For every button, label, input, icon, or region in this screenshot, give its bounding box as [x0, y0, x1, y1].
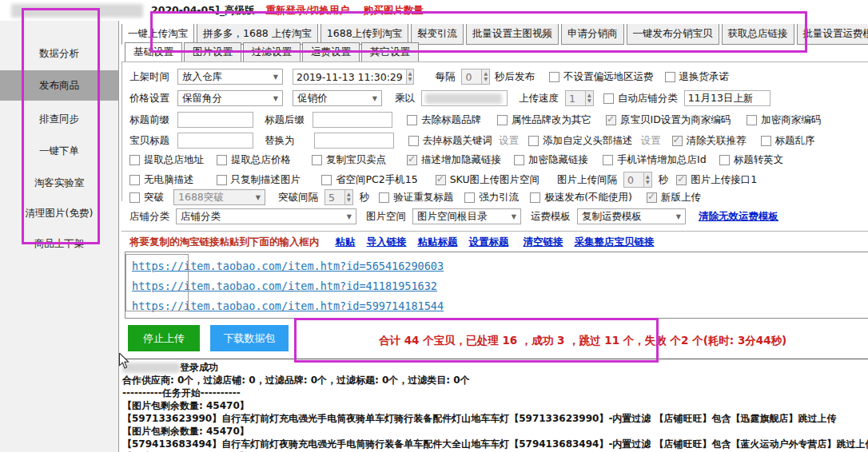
checkbox-box[interactable] — [217, 175, 227, 185]
checkbox-box[interactable] — [407, 155, 417, 165]
checkbox-no-pc-desc[interactable]: 无电脑描述 — [129, 173, 194, 187]
title-suffix-input[interactable] — [313, 112, 392, 128]
image-space-dropdown[interactable]: 图片空间根目录▼ — [412, 208, 521, 224]
checkbox-verify-duplicate-title[interactable]: 验证重复标题 — [379, 191, 453, 204]
url-input-box[interactable]: https://item.taobao.com/item.htm?id=5654… — [125, 252, 868, 319]
checkbox-box[interactable] — [129, 175, 140, 185]
stop-upload-button[interactable]: 停止上传 — [128, 325, 200, 351]
subtab-image-settings[interactable]: 图片设置 — [184, 42, 241, 62]
checkbox-breakthrough[interactable]: 突破 — [129, 191, 164, 204]
checkbox-origin-id-as-code[interactable]: 原宝贝ID设置为商家编码 — [606, 113, 731, 127]
url-link[interactable]: https://item.taobao.com/item.htm?id=5997… — [132, 296, 862, 316]
checkbox-box[interactable] — [672, 136, 683, 146]
checkbox-box[interactable] — [217, 155, 227, 165]
freight-template-dropdown[interactable]: 复制运费模板▼ — [577, 208, 686, 224]
checkbox-box[interactable] — [665, 72, 675, 82]
checkbox-sku-image-upload[interactable]: SKU图上传图片空间 — [436, 173, 540, 187]
sidebar-item-taoke-lab[interactable]: 淘客实验室 — [0, 168, 118, 198]
replace-with-input[interactable] — [314, 133, 394, 149]
clear-links-link[interactable]: 清空链接 — [524, 236, 563, 249]
checkbox-box[interactable] — [549, 72, 559, 82]
checkbox-box[interactable] — [321, 175, 332, 185]
arrow-down-icon[interactable]: ▼ — [408, 77, 412, 82]
checkbox-box[interactable] — [129, 155, 140, 165]
sidebar-item-sync-check[interactable]: 排查同步 — [0, 104, 118, 134]
subtab-basic-settings[interactable]: 基础设置 — [125, 42, 182, 62]
checkbox-shuffle-title[interactable]: 标题乱序 — [761, 134, 815, 148]
checkbox-encrypt-hidden-link[interactable]: 加密隐藏链接 — [514, 153, 588, 167]
checkbox-box[interactable] — [719, 155, 730, 165]
checkbox-box[interactable] — [603, 155, 613, 165]
every-seconds-spinner[interactable]: 0▲▼ — [461, 69, 490, 85]
checkbox-image-upload-api1[interactable]: 图片上传接口1 — [676, 173, 757, 187]
checkbox-box[interactable] — [606, 115, 616, 125]
checkbox-remove-title-brand[interactable]: 去除标题品牌 — [407, 113, 481, 127]
tab-batch-freight-template[interactable]: 批量设置运费模板 — [797, 24, 868, 45]
paste-link[interactable]: 粘贴 — [336, 236, 356, 249]
title-prefix-input[interactable] — [177, 112, 253, 128]
checkbox-new-upload[interactable]: 新版上传 — [647, 191, 701, 204]
download-datapack-button[interactable]: 下载数据包 — [210, 325, 289, 351]
set-header-link[interactable]: 设置 — [641, 134, 661, 148]
checkbox-box[interactable] — [530, 192, 540, 203]
checkbox-copy-sellpoint[interactable]: 复制宝贝卖点 — [312, 153, 386, 167]
checkbox-box[interactable] — [464, 192, 475, 203]
checkbox-fast-publish[interactable]: 极速发布(不能使用) — [530, 191, 632, 204]
arrow-down-icon[interactable]: ▼ — [587, 98, 591, 104]
sidebar-item-one-click-order[interactable]: 一键下单 — [0, 136, 118, 166]
breakthrough-interval-spinner[interactable]: 5▲▼ — [325, 189, 353, 205]
price-type-dropdown[interactable]: 促销价▼ — [293, 90, 382, 106]
tab-get-store-links[interactable]: 获取总店链接 — [722, 24, 794, 45]
item-title-input[interactable] — [177, 133, 253, 149]
warehouse-dropdown[interactable]: 放入仓库▼ — [177, 69, 283, 85]
checkbox-box[interactable] — [312, 155, 322, 165]
image-interval-spinner[interactable]: 0▲▼ — [623, 172, 652, 188]
checkbox-extract-store-address[interactable]: 提取总店地址 — [129, 153, 204, 167]
spinner-arrows[interactable]: ▲▼ — [406, 69, 414, 84]
checkbox-box[interactable] — [676, 175, 687, 185]
spinner-arrows[interactable]: ▲▼ — [344, 190, 352, 204]
upload-speed-spinner[interactable]: 1▲▼ — [565, 90, 594, 106]
sidebar-item-product-on-off[interactable]: 商品上下架 — [0, 228, 118, 259]
spinner-arrows[interactable]: ▲▼ — [481, 69, 489, 84]
checkbox-box[interactable] — [379, 192, 389, 203]
checkbox-box[interactable] — [761, 136, 771, 146]
set-title-link[interactable]: 设置标题 — [469, 236, 509, 249]
sidebar-item-clean-images[interactable]: 清理图片(免费) — [0, 198, 118, 228]
checkbox-title-to-english[interactable]: 标题转英文 — [719, 153, 784, 167]
spinner-arrows[interactable]: ▲▼ — [643, 172, 651, 187]
checkbox-return-promise[interactable]: 退换货承诺 — [665, 70, 730, 84]
subtab-freight-settings[interactable]: 运费设置 — [302, 42, 360, 62]
checkbox-no-remote-freight[interactable]: 不设置偏远地区运费 — [549, 70, 654, 84]
checkbox-box[interactable] — [497, 115, 508, 125]
collect-store-links-link[interactable]: 采集整店宝贝链接 — [575, 236, 655, 249]
spinner-arrows[interactable]: ▲▼ — [585, 91, 593, 105]
checkbox-box[interactable] — [129, 192, 140, 203]
tab-fission-traffic[interactable]: 裂变引流 — [411, 24, 464, 45]
checkbox-box[interactable] — [408, 136, 419, 146]
arrow-down-icon[interactable]: ▼ — [347, 197, 351, 203]
checkbox-box[interactable] — [528, 136, 539, 146]
tab-apply-distributor[interactable]: 申请分销商 — [561, 24, 624, 45]
checkbox-box[interactable] — [436, 175, 446, 185]
auto-category-input[interactable]: 11月13日上新 — [684, 90, 770, 106]
relogin-link[interactable]: 重新登录/切换用户 — [265, 4, 349, 18]
checkbox-strong-traffic[interactable]: 强力引流 — [464, 191, 519, 204]
subtab-filter-settings[interactable]: 过滤设置 — [243, 42, 301, 62]
breakthrough-dropdown[interactable]: 1688突破▼ — [173, 189, 265, 205]
checkbox-desc-hidden-link[interactable]: 描述增加隐藏链接 — [407, 153, 501, 167]
url-link[interactable]: https://item.taobao.com/item.htm?id=5654… — [132, 256, 862, 276]
checkbox-remove-title-keyword[interactable]: 去掉标题关键词 — [408, 134, 493, 148]
clear-invalid-freight-link[interactable]: 清除无效运费模板 — [699, 210, 778, 224]
checkbox-encrypt-merchant-code[interactable]: 加密商家编码 — [747, 113, 821, 127]
checkbox-custom-header-desc[interactable]: 添加自定义头部描述 — [528, 134, 633, 148]
buy-images-link[interactable]: 购买图片数量 — [364, 4, 424, 18]
import-links-link[interactable]: 导入链接 — [367, 236, 407, 249]
arrow-down-icon[interactable]: ▼ — [484, 77, 488, 82]
checkbox-extract-store-price[interactable]: 提取总店价格 — [217, 153, 291, 167]
datetime-picker[interactable]: 2019-11-13 11:30:29▲▼ — [293, 69, 414, 85]
arrow-down-icon[interactable]: ▼ — [646, 180, 650, 185]
checkbox-mobile-detail-store-id[interactable]: 手机详情增加总店Id — [603, 153, 707, 167]
checkbox-box[interactable] — [407, 115, 417, 125]
checkbox-only-desc-images[interactable]: 只复制描述图片 — [217, 173, 301, 187]
